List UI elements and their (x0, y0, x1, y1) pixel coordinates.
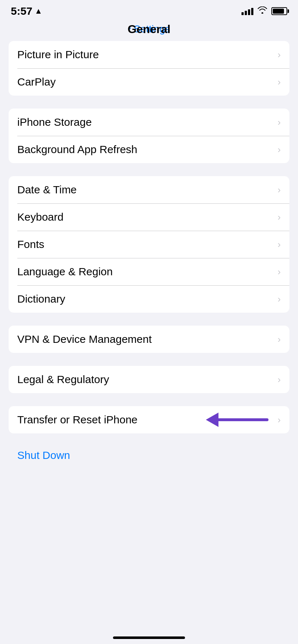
wifi-icon (258, 6, 267, 16)
settings-group-6: Transfer or Reset iPhone › (9, 406, 289, 433)
battery-icon (271, 7, 287, 15)
time-display: 5:57 (11, 5, 32, 17)
settings-group-2: iPhone Storage › Background App Refresh … (9, 109, 289, 163)
list-item[interactable]: CarPlay › (9, 68, 289, 96)
list-item[interactable]: Date & Time › (9, 176, 289, 203)
chevron-right-icon: › (277, 77, 281, 88)
signal-bars-icon (241, 7, 253, 15)
settings-group-4: VPN & Device Management › (9, 326, 289, 353)
status-bar: 5:57 ▲ (0, 0, 298, 19)
list-item[interactable]: Background App Refresh › (9, 136, 289, 163)
list-item[interactable]: Keyboard › (9, 203, 289, 231)
status-time: 5:57 ▲ (11, 5, 42, 17)
svg-marker-1 (206, 413, 218, 427)
purple-arrow-icon (199, 409, 271, 431)
shut-down-group: Shut Down (9, 446, 289, 464)
chevron-right-icon: › (277, 374, 281, 385)
chevron-right-icon: › (277, 266, 281, 277)
list-item[interactable]: Fonts › (9, 231, 289, 258)
chevron-right-icon: › (277, 334, 281, 345)
status-icons (241, 6, 287, 16)
page-title: General (127, 23, 170, 36)
transfer-reset-row[interactable]: Transfer or Reset iPhone › (9, 406, 289, 433)
list-item[interactable]: VPN & Device Management › (9, 326, 289, 353)
list-item[interactable]: iPhone Storage › (9, 109, 289, 136)
chevron-right-icon: › (277, 212, 281, 223)
list-item[interactable]: Legal & Regulatory › (9, 366, 289, 393)
chevron-right-icon: › (277, 239, 281, 250)
chevron-right-icon: › (277, 144, 281, 155)
list-item[interactable]: Dictionary › (9, 285, 289, 313)
list-item[interactable]: Picture in Picture › (9, 41, 289, 68)
settings-group-1: Picture in Picture › CarPlay › (9, 41, 289, 96)
chevron-right-icon: › (277, 184, 281, 196)
chevron-right-icon: › (277, 49, 281, 60)
list-item[interactable]: Language & Region › (9, 258, 289, 285)
location-icon: ▲ (35, 6, 42, 16)
nav-header: ‹ Settings General (0, 19, 298, 41)
chevron-right-icon: › (277, 294, 281, 305)
home-indicator (113, 636, 185, 639)
chevron-right-icon: › (277, 414, 281, 426)
shut-down-button[interactable]: Shut Down (17, 446, 281, 464)
settings-group-5: Legal & Regulatory › (9, 366, 289, 393)
chevron-right-icon: › (277, 117, 281, 128)
settings-group-3: Date & Time › Keyboard › Fonts › Languag… (9, 176, 289, 313)
settings-content: Picture in Picture › CarPlay › iPhone St… (0, 41, 298, 464)
